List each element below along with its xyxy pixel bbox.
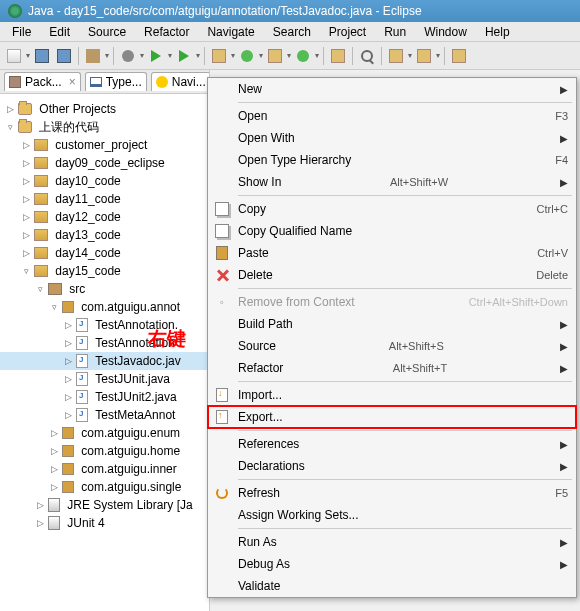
tree-java-file[interactable]: ▷ TestMetaAnnot (0, 406, 209, 424)
menu-search[interactable]: Search (265, 23, 319, 41)
misc-button-4[interactable] (414, 46, 434, 66)
package-icon (62, 463, 74, 475)
tree-src-folder[interactable]: ▿ src (0, 280, 209, 298)
cm-refactor[interactable]: RefactorAlt+Shift+T ▶ (208, 357, 576, 379)
cm-new[interactable]: New▶ (208, 78, 576, 100)
cm-paste[interactable]: PasteCtrl+V (208, 242, 576, 264)
tree-project[interactable]: ▷ day10_code (0, 172, 209, 190)
cm-delete[interactable]: DeleteDelete (208, 264, 576, 286)
tab-package-explorer[interactable]: Pack...× (4, 72, 81, 91)
folder-button[interactable] (265, 46, 285, 66)
menu-window[interactable]: Window (416, 23, 475, 41)
package-tree[interactable]: ▷ Other Projects ▿ 上课的代码 ▷ customer_proj… (0, 94, 209, 538)
tree-java-file[interactable]: ▷ TestJUnit2.java (0, 388, 209, 406)
cm-run-as[interactable]: Run As▶ (208, 531, 576, 553)
menu-edit[interactable]: Edit (41, 23, 78, 41)
cm-declarations[interactable]: Declarations▶ (208, 455, 576, 477)
cm-copy-qualified-name[interactable]: Copy Qualified Name (208, 220, 576, 242)
tree-jre-library[interactable]: ▷ JRE System Library [Ja (0, 496, 209, 514)
run-button[interactable] (146, 46, 166, 66)
cm-assign-working-sets[interactable]: Assign Working Sets... (208, 504, 576, 526)
misc-button-5[interactable] (449, 46, 469, 66)
package-icon (9, 76, 21, 88)
project-icon (34, 211, 48, 223)
import-icon (216, 388, 228, 402)
cm-open-with[interactable]: Open With▶ (208, 127, 576, 149)
cm-source[interactable]: SourceAlt+Shift+S ▶ (208, 335, 576, 357)
menu-navigate[interactable]: Navigate (199, 23, 262, 41)
project-icon (34, 229, 48, 241)
tree-project[interactable]: ▷ customer_project (0, 136, 209, 154)
misc-button-1[interactable] (293, 46, 313, 66)
tree-package[interactable]: ▷ com.atguigu.single (0, 478, 209, 496)
cm-show-in[interactable]: Show InAlt+Shift+W ▶ (208, 171, 576, 193)
project-icon (34, 265, 48, 277)
run-last-button[interactable] (174, 46, 194, 66)
tree-project[interactable]: ▷ day14_code (0, 244, 209, 262)
tree-project[interactable]: ▷ day12_code (0, 208, 209, 226)
library-icon (48, 498, 60, 512)
menu-run[interactable]: Run (376, 23, 414, 41)
menu-project[interactable]: Project (321, 23, 374, 41)
package-button[interactable] (209, 46, 229, 66)
tree-package-annotation[interactable]: ▿ com.atguigu.annot (0, 298, 209, 316)
close-tab-icon[interactable]: × (69, 75, 76, 89)
tree-junit-library[interactable]: ▷ JUnit 4 (0, 514, 209, 532)
folder-icon (18, 103, 32, 115)
new-button[interactable] (4, 46, 24, 66)
cm-import[interactable]: Import... (208, 384, 576, 406)
src-folder-icon (48, 283, 62, 295)
java-file-icon (76, 318, 88, 332)
cm-export[interactable]: Export... (208, 406, 576, 428)
cm-refresh[interactable]: RefreshF5 (208, 482, 576, 504)
folder-icon (18, 121, 32, 133)
misc-button-2[interactable] (328, 46, 348, 66)
copy-icon (215, 202, 229, 216)
debug-button[interactable] (118, 46, 138, 66)
cm-open[interactable]: OpenF3 (208, 105, 576, 127)
cm-validate[interactable]: Validate (208, 575, 576, 597)
tree-package[interactable]: ▷ com.atguigu.inner (0, 460, 209, 478)
tree-project-day15[interactable]: ▿ day15_code (0, 262, 209, 280)
package-icon (62, 481, 74, 493)
library-icon (48, 516, 60, 530)
menu-bar: File Edit Source Refactor Navigate Searc… (0, 22, 580, 42)
menu-refactor[interactable]: Refactor (136, 23, 197, 41)
project-icon (34, 247, 48, 259)
cm-open-type-hierarchy[interactable]: Open Type HierarchyF4 (208, 149, 576, 171)
tree-project[interactable]: ▷ day09_code_eclipse (0, 154, 209, 172)
export-icon (216, 410, 228, 424)
tree-java-file-selected[interactable]: ▷ TestJavadoc.jav (0, 352, 209, 370)
menu-source[interactable]: Source (80, 23, 134, 41)
project-icon (34, 157, 48, 169)
cm-remove-context: ◦Remove from ContextCtrl+Alt+Shift+Down (208, 291, 576, 313)
eclipse-icon (8, 4, 22, 18)
hammer-button[interactable] (83, 46, 103, 66)
context-menu: New▶ OpenF3 Open With▶ Open Type Hierarc… (207, 77, 577, 598)
misc-button-3[interactable] (386, 46, 406, 66)
tree-project[interactable]: ▷ day13_code (0, 226, 209, 244)
search-button[interactable] (357, 46, 377, 66)
tree-top-folder[interactable]: ▿ 上课的代码 (0, 118, 209, 136)
cm-copy[interactable]: CopyCtrl+C (208, 198, 576, 220)
tree-other-projects[interactable]: ▷ Other Projects (0, 100, 209, 118)
refresh-icon (216, 487, 228, 499)
tree-package[interactable]: ▷ com.atguigu.enum (0, 424, 209, 442)
title-bar: Java - day15_code/src/com/atguigu/annota… (0, 0, 580, 22)
project-icon (34, 175, 48, 187)
tab-type-hierarchy[interactable]: Type... (85, 72, 147, 91)
menu-file[interactable]: File (4, 23, 39, 41)
navigator-icon (156, 76, 168, 88)
tree-package[interactable]: ▷ com.atguigu.home (0, 442, 209, 460)
menu-help[interactable]: Help (477, 23, 518, 41)
class-button[interactable] (237, 46, 257, 66)
tab-navigator[interactable]: Navi... (151, 72, 210, 91)
cm-references[interactable]: References▶ (208, 433, 576, 455)
save-all-button[interactable] (54, 46, 74, 66)
cm-debug-as[interactable]: Debug As▶ (208, 553, 576, 575)
window-title: Java - day15_code/src/com/atguigu/annota… (28, 4, 422, 18)
tree-project[interactable]: ▷ day11_code (0, 190, 209, 208)
cm-build-path[interactable]: Build Path▶ (208, 313, 576, 335)
save-button[interactable] (32, 46, 52, 66)
tree-java-file[interactable]: ▷ TestJUnit.java (0, 370, 209, 388)
